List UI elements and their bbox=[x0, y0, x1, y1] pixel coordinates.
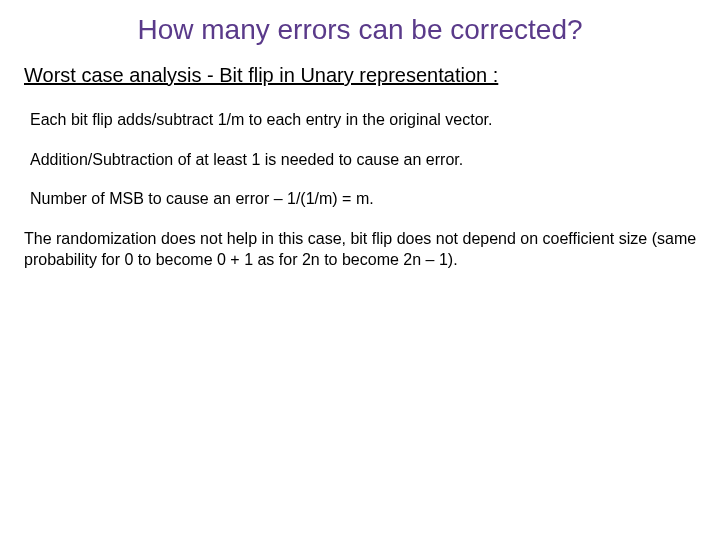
slide-title: How many errors can be corrected? bbox=[0, 0, 720, 46]
paragraph-4: The randomization does not help in this … bbox=[24, 228, 700, 271]
paragraph-3: Number of MSB to cause an error – 1/(1/m… bbox=[30, 188, 700, 210]
paragraph-2: Addition/Subtraction of at least 1 is ne… bbox=[30, 149, 700, 171]
slide: How many errors can be corrected? Worst … bbox=[0, 0, 720, 540]
slide-subtitle: Worst case analysis - Bit flip in Unary … bbox=[0, 64, 720, 87]
slide-body: Each bit flip adds/subtract 1/m to each … bbox=[0, 109, 720, 271]
paragraph-1: Each bit flip adds/subtract 1/m to each … bbox=[30, 109, 700, 131]
